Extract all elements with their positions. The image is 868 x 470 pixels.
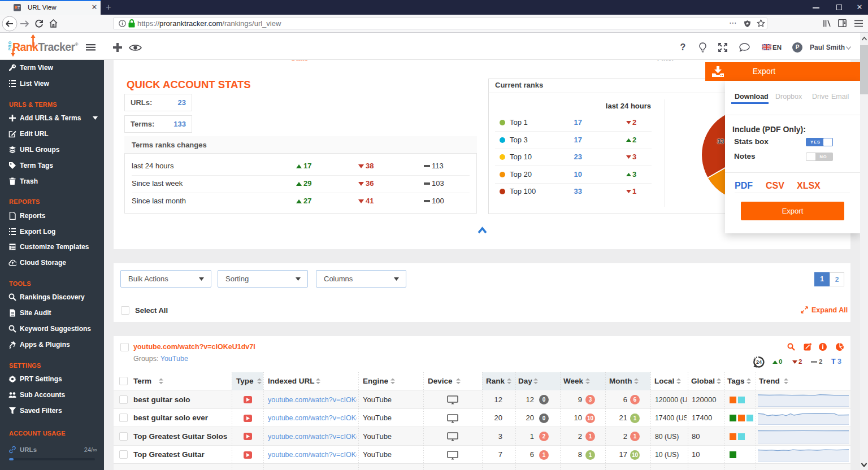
- svg-text:24: 24: [756, 359, 762, 365]
